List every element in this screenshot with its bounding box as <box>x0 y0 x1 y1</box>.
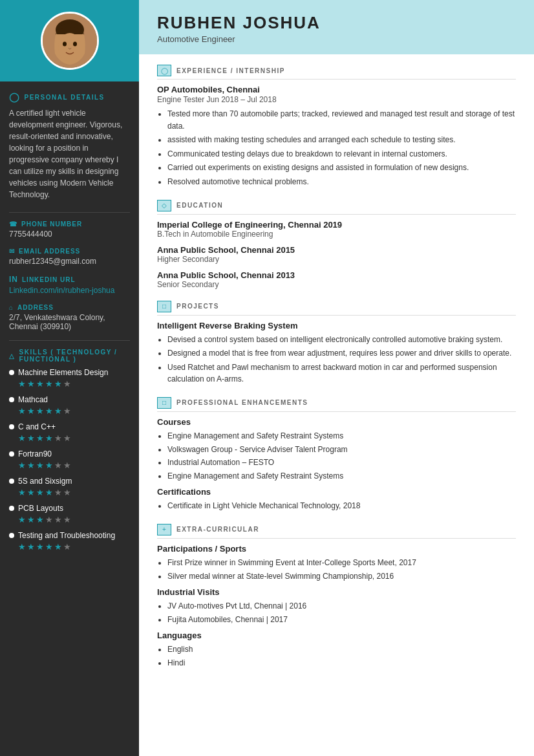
extracurricular-section: + Extra-Curricular Participations / Spor… <box>157 524 516 669</box>
skill-item: Machine Elements Design★★★★★★ <box>9 368 130 389</box>
sports-item: First Prize winner in Swimming Event at … <box>167 557 516 569</box>
projects-header: □ Projects <box>157 301 516 316</box>
star-filled: ★ <box>18 460 26 470</box>
sidebar-content: ◯ Personal Details A certified light veh… <box>0 81 139 568</box>
project-name: Intelligent Reverse Braking System <box>157 321 516 330</box>
experience-bullets: Tested more than 70 automobile parts; tr… <box>167 108 516 188</box>
course-item: Industrial Automation – FESTO <box>167 457 516 469</box>
email-icon: ✉ <box>9 248 15 255</box>
star-filled: ★ <box>27 488 35 497</box>
star-empty: ★ <box>63 515 71 524</box>
sports-item: Silver medal winner at State-level Swimm… <box>167 570 516 583</box>
main-body: ◯ Experience / Internship OP Automobiles… <box>139 54 534 691</box>
address-label: ⌂ Address <box>9 304 130 311</box>
star-filled: ★ <box>36 515 44 524</box>
skill-name-row: Machine Elements Design <box>9 368 130 377</box>
star-filled: ★ <box>18 379 26 389</box>
skill-name-row: Fortran90 <box>9 449 130 459</box>
star-empty: ★ <box>54 433 62 443</box>
project-bullet: Used Ratchet and Pawl mechanism to arres… <box>167 362 516 385</box>
skills-heading: △ Skills ( Technology / Functional ) <box>9 349 130 363</box>
skill-stars: ★★★★★★ <box>18 515 130 524</box>
skills-section: △ Skills ( Technology / Functional ) Mac… <box>9 349 130 552</box>
skill-bullet <box>9 479 14 484</box>
education-entry: Imperial College of Engineering, Chennai… <box>157 220 516 239</box>
candidate-title: Automotive Engineer <box>157 34 516 44</box>
enhancements-section: □ Professional Enhancements Courses Engi… <box>157 397 516 512</box>
language-item: Hindi <box>167 657 516 669</box>
experience-bullet: Communicated testing delays due to break… <box>167 148 516 160</box>
star-filled: ★ <box>45 488 53 497</box>
avatar-image <box>41 12 99 70</box>
skill-bullet <box>9 451 14 457</box>
email-value: rubher12345@gmail.com <box>9 257 130 266</box>
star-filled: ★ <box>45 542 53 552</box>
star-empty: ★ <box>63 433 71 443</box>
address-contact: ⌂ Address 2/7, Venkateshwara Colony, Che… <box>9 304 130 331</box>
experience-bullet: Carried out experiments on existing desi… <box>167 162 516 174</box>
courses-label: Courses <box>157 417 516 427</box>
certification-item: Certificate in Light Vehicle Mechanical … <box>167 500 516 512</box>
certifications-list: Certificate in Light Vehicle Mechanical … <box>167 500 516 512</box>
star-empty: ★ <box>63 406 71 416</box>
project-bullets: Devised a control system based on intell… <box>167 334 516 385</box>
main-content: RUBHEN JOSHUA Automotive Engineer ◯ Expe… <box>139 0 534 756</box>
enhancements-title: Professional Enhancements <box>176 399 308 406</box>
enhancements-header: □ Professional Enhancements <box>157 397 516 412</box>
address-icon: ⌂ <box>9 304 14 311</box>
divider-2 <box>9 340 130 341</box>
star-empty: ★ <box>63 542 71 552</box>
phone-contact: ☎ Phone Number 7755444400 <box>9 221 130 239</box>
star-filled: ★ <box>27 379 35 389</box>
visit-item: JV Auto-motives Pvt Ltd, Chennai | 2016 <box>167 600 516 612</box>
skill-stars: ★★★★★★ <box>18 406 130 416</box>
certifications-label: Certifications <box>157 487 516 497</box>
star-filled: ★ <box>27 406 35 416</box>
linkedin-value[interactable]: Linkedin.com/in/rubhen-joshua <box>9 286 130 295</box>
star-empty: ★ <box>54 488 62 497</box>
education-header: ◇ Education <box>157 200 516 215</box>
phone-icon: ☎ <box>9 221 17 228</box>
projects-title: Projects <box>176 303 219 310</box>
star-filled: ★ <box>18 542 26 552</box>
skill-item: Fortran90★★★★★★ <box>9 449 130 470</box>
visits-list: JV Auto-motives Pvt Ltd, Chennai | 2016F… <box>167 600 516 625</box>
star-filled: ★ <box>18 515 26 524</box>
experience-bullet: assisted with making testing schedules a… <box>167 134 516 146</box>
edu-institution: Imperial College of Engineering, Chennai… <box>157 220 516 230</box>
skill-bullet <box>9 506 14 511</box>
resume-container: ◯ Personal Details A certified light veh… <box>0 0 534 756</box>
star-empty: ★ <box>63 488 71 497</box>
skill-label: Testing and Troubleshooting <box>18 531 115 540</box>
course-item: Engine Management and Safety Restraint S… <box>167 430 516 442</box>
education-entry: Anna Public School, Chennai 2013Senior S… <box>157 270 516 289</box>
avatar <box>41 12 99 70</box>
star-filled: ★ <box>36 488 44 497</box>
email-contact: ✉ Email Address rubher12345@gmail.com <box>9 248 130 266</box>
visit-item: Fujita Automobiles, Chennai | 2017 <box>167 614 516 626</box>
experience-title: Experience / Internship <box>176 67 285 74</box>
projects-icon: □ <box>157 301 171 312</box>
star-filled: ★ <box>45 406 53 416</box>
company-name: OP Automobiles, Chennai <box>157 85 516 94</box>
skill-label: C and C++ <box>18 422 56 431</box>
svg-point-3 <box>63 42 67 47</box>
star-filled: ★ <box>36 542 44 552</box>
star-filled: ★ <box>18 433 26 443</box>
linkedin-contact: in Linkedin URL Linkedin.com/in/rubhen-j… <box>9 275 130 295</box>
sports-list: First Prize winner in Swimming Event at … <box>167 557 516 582</box>
education-title: Education <box>176 202 223 209</box>
skill-item: C and C++★★★★★★ <box>9 422 130 443</box>
course-item: Volkswagen Group - Service Adviser Talen… <box>167 444 516 456</box>
sports-label: Participations / Sports <box>157 544 516 554</box>
extracurricular-title: Extra-Curricular <box>176 526 259 533</box>
experience-header: ◯ Experience / Internship <box>157 65 516 80</box>
star-filled: ★ <box>18 406 26 416</box>
star-empty: ★ <box>54 460 62 470</box>
courses-list: Engine Management and Safety Restraint S… <box>167 430 516 482</box>
project-bullet: Designed a model that is free from wear … <box>167 347 516 360</box>
experience-bullet: Tested more than 70 automobile parts; tr… <box>167 108 516 132</box>
language-item: English <box>167 643 516 656</box>
skill-label: PCB Layouts <box>18 504 63 513</box>
skill-item: Testing and Troubleshooting★★★★★★ <box>9 531 130 552</box>
